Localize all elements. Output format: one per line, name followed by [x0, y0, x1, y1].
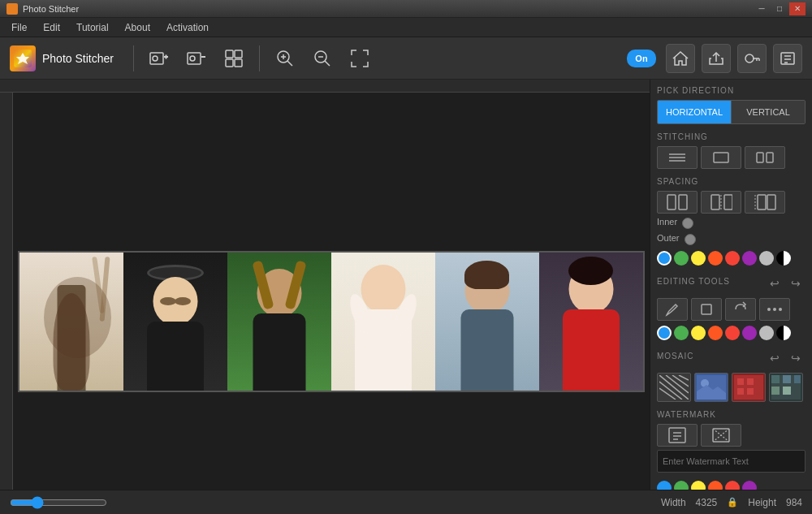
spacing-label: SPACING — [657, 177, 806, 186]
color-swatch-purple[interactable] — [742, 251, 757, 266]
watermark-text-input[interactable] — [657, 450, 806, 473]
menu-tutorial[interactable]: Tutorial — [68, 19, 117, 36]
right-panel: PICK DIRECTION HORIZONTAL VERTICAL STITC… — [650, 80, 812, 490]
more-tools-button[interactable] — [759, 298, 790, 321]
svg-rect-68 — [669, 428, 685, 443]
mosaic-red-button[interactable] — [732, 373, 766, 402]
menu-edit[interactable]: Edit — [35, 19, 68, 36]
bottom-color-blue[interactable] — [657, 481, 672, 490]
mosaic-redo-icon[interactable]: ↪ — [786, 348, 806, 368]
spacing-none-button[interactable] — [657, 191, 698, 214]
crop-tool-button[interactable] — [691, 298, 722, 321]
color-swatch-red[interactable] — [725, 251, 740, 266]
canvas-content[interactable] — [13, 93, 650, 490]
svg-line-51 — [679, 375, 689, 380]
edit-color-swatch-orange[interactable] — [708, 326, 723, 340]
bottom-color-orange[interactable] — [708, 481, 723, 490]
main-layout: PICK DIRECTION HORIZONTAL VERTICAL STITC… — [0, 80, 812, 490]
svg-rect-40 — [758, 195, 766, 209]
color-swatch-orange[interactable] — [708, 251, 723, 266]
svg-point-3 — [153, 56, 158, 61]
svg-rect-11 — [226, 59, 233, 67]
zoom-out-button[interactable] — [307, 43, 338, 74]
on-toggle[interactable]: On — [627, 50, 656, 67]
pick-direction-label: PICK DIRECTION — [657, 86, 806, 95]
upload-button[interactable] — [702, 44, 731, 73]
edit-color-swatch-gray[interactable] — [759, 326, 774, 340]
toolbar-right-buttons: On — [627, 44, 802, 73]
photo-item-3[interactable] — [227, 253, 331, 391]
watermark-image-button[interactable] — [701, 424, 741, 447]
key-button[interactable] — [737, 44, 767, 73]
vertical-direction-button[interactable]: VERTICAL — [732, 101, 805, 123]
photo-item-6[interactable] — [539, 253, 643, 391]
rotate-tool-button[interactable] — [725, 298, 756, 321]
bottom-color-green[interactable] — [674, 481, 689, 490]
color-swatch-green[interactable] — [674, 251, 689, 266]
height-label: Height — [748, 497, 776, 508]
home-button[interactable] — [666, 44, 695, 73]
svg-rect-34 — [767, 153, 773, 162]
mosaic-pattern-button[interactable] — [769, 373, 803, 402]
spacing-outer-button[interactable] — [745, 191, 785, 214]
stitch-list-button[interactable] — [657, 146, 698, 169]
toolbar: Photo Stitcher — [0, 37, 812, 80]
grid-view-button[interactable] — [218, 43, 249, 74]
canvas-area[interactable] — [0, 80, 650, 490]
mosaic-actions: ↩ ↪ — [765, 348, 806, 368]
menu-file[interactable]: File — [3, 19, 35, 36]
zoom-slider[interactable] — [10, 496, 107, 509]
brush-tool-button[interactable] — [657, 298, 688, 321]
mosaic-hatch-button[interactable] — [657, 373, 691, 402]
remove-photo-button[interactable] — [181, 43, 212, 74]
close-button[interactable]: ✕ — [789, 2, 806, 15]
bottom-color-yellow[interactable] — [691, 481, 706, 490]
maximize-button[interactable]: □ — [771, 2, 788, 15]
edit-color-swatch-green[interactable] — [674, 326, 689, 340]
menu-about[interactable]: About — [117, 19, 158, 36]
photo-item-4[interactable] — [331, 253, 435, 391]
logo-icon — [10, 45, 36, 71]
edit-color-swatch-purple[interactable] — [742, 326, 757, 340]
add-photo-button[interactable] — [144, 43, 175, 74]
bottom-color-purple[interactable] — [742, 481, 757, 490]
color-swatch-blue[interactable] — [657, 251, 672, 266]
photo-strip — [18, 251, 645, 392]
redo-tool-icon[interactable]: ↪ — [786, 274, 806, 293]
photo-item-2[interactable] — [123, 253, 227, 391]
direction-buttons: HORIZONTAL VERTICAL — [657, 100, 806, 124]
edit-color-swatch-red[interactable] — [725, 326, 740, 340]
edit-color-swatch-blue[interactable] — [657, 326, 672, 340]
color-swatch-gray[interactable] — [759, 251, 774, 266]
mosaic-photo-button[interactable] — [694, 373, 728, 402]
fit-screen-button[interactable] — [344, 43, 375, 74]
photo-item-5[interactable] — [435, 253, 539, 391]
photo-item-1[interactable] — [19, 253, 123, 391]
svg-rect-59 — [747, 378, 754, 385]
menu-activation[interactable]: Activation — [158, 19, 217, 36]
info-button[interactable] — [773, 44, 802, 73]
horizontal-direction-button[interactable]: HORIZONTAL — [658, 101, 732, 123]
svg-rect-12 — [235, 59, 242, 67]
spacing-inner-button[interactable] — [701, 191, 741, 214]
bottom-color-red[interactable] — [725, 481, 740, 490]
svg-rect-9 — [226, 50, 233, 58]
svg-rect-35 — [667, 195, 676, 209]
svg-rect-65 — [794, 375, 801, 383]
edit-color-swatch-yellow[interactable] — [691, 326, 706, 340]
stitch-single-button[interactable] — [701, 146, 741, 169]
zoom-in-button[interactable] — [270, 43, 300, 74]
watermark-text-button[interactable] — [657, 424, 698, 447]
color-swatch-yellow[interactable] — [691, 251, 706, 266]
minimize-button[interactable]: ─ — [754, 2, 770, 15]
outer-color-indicator — [685, 234, 696, 245]
inner-color-indicator — [682, 218, 693, 229]
edit-color-swatch-bw[interactable] — [776, 326, 791, 340]
mosaic-undo-icon[interactable]: ↩ — [765, 348, 784, 368]
svg-rect-32 — [714, 153, 728, 162]
svg-line-14 — [287, 61, 292, 66]
stitch-split-button[interactable] — [745, 146, 785, 169]
svg-line-53 — [659, 388, 676, 400]
undo-tool-icon[interactable]: ↩ — [765, 274, 784, 293]
color-swatch-bw[interactable] — [776, 251, 791, 266]
